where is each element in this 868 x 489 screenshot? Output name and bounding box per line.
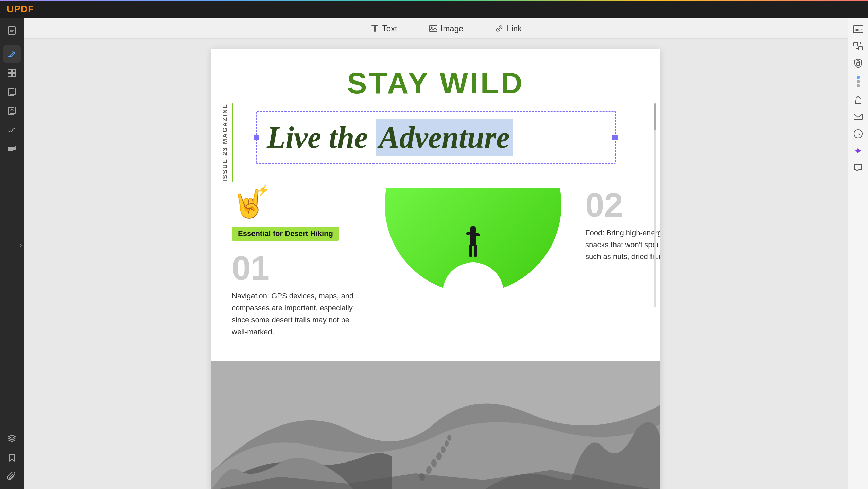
- svg-rect-21: [8, 148, 16, 150]
- sidebar-item-layout[interactable]: [3, 64, 21, 82]
- sidebar-item-layers[interactable]: [3, 430, 21, 448]
- selected-text-box[interactable]: Live the Adventure: [256, 111, 616, 164]
- toolbar-text[interactable]: Text: [365, 21, 403, 36]
- text-icon: [370, 24, 380, 33]
- sidebar-item-bookmark[interactable]: [3, 449, 21, 467]
- page-dot-2: [857, 80, 860, 83]
- sidebar-item-forms[interactable]: [3, 140, 21, 158]
- svg-rect-12: [12, 69, 16, 73]
- page-scrollbar[interactable]: [654, 103, 656, 307]
- desert-landscape: [211, 361, 660, 489]
- link-icon: [494, 24, 504, 33]
- image-icon: [429, 24, 438, 33]
- hand-icon-area: ⚡ 🤘: [232, 188, 266, 220]
- number-01: 01: [232, 251, 361, 285]
- left-sidebar: [0, 18, 24, 489]
- page-heading: STAY WILD: [211, 49, 660, 111]
- page-dot-1: [857, 76, 860, 79]
- toolbar-image[interactable]: Image: [423, 21, 469, 36]
- lightning-icon: ⚡: [257, 184, 269, 196]
- right-item-mail[interactable]: [851, 109, 866, 124]
- text-live-the: Live the: [267, 121, 376, 154]
- sidebar-item-edit[interactable]: [3, 45, 21, 63]
- svg-rect-1: [374, 25, 376, 32]
- app-logo: UPDF: [7, 4, 34, 15]
- sidebar-item-reader[interactable]: [3, 22, 21, 39]
- svg-text:OCR: OCR: [855, 28, 862, 32]
- sidebar-divider-2: [5, 161, 19, 161]
- svg-rect-11: [8, 69, 12, 73]
- toolbar-link[interactable]: Link: [489, 21, 527, 36]
- green-circle: [375, 188, 572, 358]
- handle-right[interactable]: [612, 135, 618, 140]
- sidebar-item-attachment[interactable]: [3, 468, 21, 486]
- page-scrollbar-thumb[interactable]: [654, 103, 656, 130]
- content-section: ⚡ 🤘 Essential for Desert Hiking 01 Navig…: [211, 174, 660, 371]
- collapse-arrow[interactable]: ›: [20, 241, 22, 249]
- desert-svg: [211, 361, 660, 489]
- right-item-replace[interactable]: [851, 39, 866, 54]
- sidebar-item-pages[interactable]: [3, 83, 21, 101]
- right-sidebar: OCR: [848, 18, 868, 489]
- right-column: 02 Food: Bring high-energy, lightweight …: [585, 188, 660, 263]
- right-item-chat[interactable]: [851, 160, 866, 175]
- description-01: Navigation: GPS devices, maps, and compa…: [232, 290, 361, 338]
- svg-rect-22: [8, 151, 13, 152]
- page-document: ISSUE 23 MAGAZINE STAY WILD Live the Adv…: [211, 49, 660, 489]
- svg-rect-26: [858, 47, 863, 50]
- handle-left[interactable]: [254, 135, 259, 140]
- main-content: ISSUE 23 MAGAZINE STAY WILD Live the Adv…: [24, 39, 848, 489]
- svg-rect-25: [854, 42, 858, 46]
- text-adventure: Adventure: [376, 119, 513, 156]
- right-item-share[interactable]: [851, 92, 866, 107]
- green-semicircle-svg: [375, 188, 572, 358]
- sidebar-item-sign[interactable]: [3, 121, 21, 139]
- svg-rect-13: [8, 73, 12, 77]
- svg-point-31: [442, 262, 504, 324]
- right-item-ai[interactable]: ✦: [851, 143, 866, 158]
- svg-rect-35: [474, 245, 477, 257]
- svg-rect-6: [8, 27, 15, 34]
- right-page-indicator: [857, 76, 860, 87]
- number-02: 02: [585, 188, 660, 222]
- top-toolbar: Text Image Link: [24, 18, 868, 39]
- left-column: ⚡ 🤘 Essential for Desert Hiking 01 Navig…: [232, 188, 361, 338]
- essential-badge: Essential for Desert Hiking: [232, 227, 339, 241]
- center-area: [375, 188, 572, 358]
- sidebar-item-export[interactable]: [3, 102, 21, 120]
- right-item-save[interactable]: [851, 126, 866, 141]
- description-02: Food: Bring high-energy, lightweight sna…: [585, 227, 660, 263]
- sidebar-bottom: [3, 430, 21, 486]
- page-dot-3: [857, 84, 860, 87]
- sidebar-divider-1: [5, 42, 19, 42]
- svg-rect-34: [469, 245, 472, 257]
- svg-rect-14: [12, 73, 16, 77]
- svg-rect-27: [857, 63, 860, 65]
- magazine-label: ISSUE 23 MAGAZINE: [222, 103, 233, 182]
- title-bar: UPDF: [0, 0, 868, 18]
- svg-rect-20: [8, 146, 16, 147]
- right-item-ocr[interactable]: OCR: [851, 22, 866, 37]
- right-item-protect[interactable]: [851, 56, 866, 71]
